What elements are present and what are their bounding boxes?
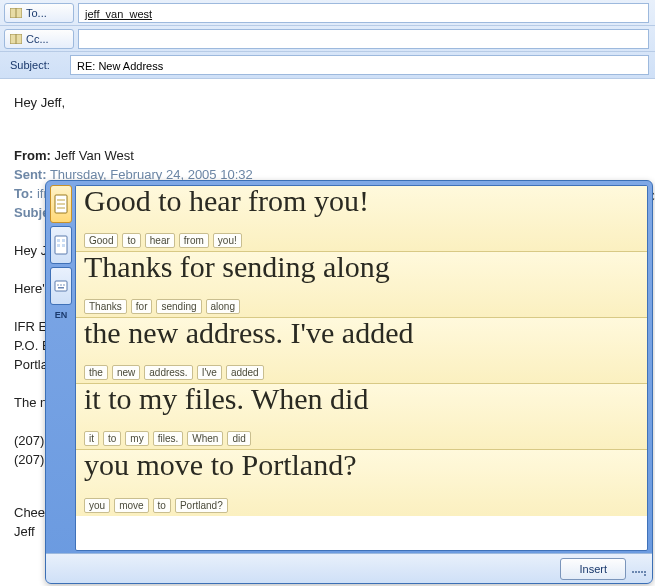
keyboard-button[interactable] <box>50 267 72 305</box>
writing-line[interactable]: you move to Portland? you move to Portla… <box>76 450 647 516</box>
svg-point-16 <box>63 284 65 286</box>
writing-pad-button[interactable] <box>50 185 72 223</box>
address-book-icon <box>10 8 22 18</box>
recognized-word[interactable]: the <box>84 365 108 380</box>
ink-toolbar: EN <box>50 185 72 551</box>
recognized-words: you move to Portland? <box>84 498 228 513</box>
cc-button[interactable]: Cc... <box>4 29 74 49</box>
recognized-word[interactable]: added <box>226 365 264 380</box>
recognized-word[interactable]: along <box>206 299 240 314</box>
recognized-word[interactable]: my <box>125 431 148 446</box>
language-indicator[interactable]: EN <box>50 310 72 320</box>
compose-header: To... jeff_van_west Cc... Subject: RE: N… <box>0 0 655 79</box>
resize-grip-icon[interactable] <box>632 562 646 576</box>
writing-line[interactable]: Thanks for sending along Thanks for send… <box>76 252 647 318</box>
recognized-word[interactable]: to <box>103 431 121 446</box>
writing-line[interactable]: Good to hear from you! Good to hear from… <box>76 186 647 252</box>
cc-label: Cc... <box>26 33 49 45</box>
recognized-word[interactable]: sending <box>156 299 201 314</box>
to-label: To... <box>26 7 47 19</box>
to-field[interactable]: jeff_van_west <box>78 3 649 23</box>
recognized-word[interactable]: to <box>122 233 140 248</box>
handwriting-text: Good to hear from you! <box>84 185 643 218</box>
recognized-word[interactable]: files. <box>153 431 184 446</box>
recognized-word[interactable]: you! <box>213 233 242 248</box>
subject-label: Subject: <box>0 59 70 71</box>
svg-rect-9 <box>57 239 60 242</box>
recognized-word[interactable]: Portland? <box>175 498 228 513</box>
recognized-word[interactable]: Good <box>84 233 118 248</box>
recognized-word[interactable]: I've <box>197 365 222 380</box>
handwriting-text: the new address. I've added <box>84 316 643 350</box>
svg-rect-17 <box>58 287 64 289</box>
ink-input-panel: EN Good to hear from you! Good to hear f… <box>45 180 653 584</box>
recognized-word[interactable]: it <box>84 431 99 446</box>
cc-field[interactable] <box>78 29 649 49</box>
handwriting-text: you move to Portland? <box>84 448 643 482</box>
recognized-word[interactable]: you <box>84 498 110 513</box>
svg-rect-12 <box>62 244 65 247</box>
to-row: To... jeff_van_west <box>0 0 655 26</box>
address-book-icon <box>10 34 22 44</box>
recognized-word[interactable]: move <box>114 498 148 513</box>
svg-point-15 <box>60 284 62 286</box>
writing-line[interactable]: the new address. I've added the new addr… <box>76 318 647 384</box>
recognized-word[interactable]: When <box>187 431 223 446</box>
svg-rect-13 <box>55 281 67 291</box>
insert-button[interactable]: Insert <box>560 558 626 580</box>
svg-rect-11 <box>57 244 60 247</box>
recognized-word[interactable]: Thanks <box>84 299 127 314</box>
body-greeting: Hey Jeff, <box>14 95 641 110</box>
handwriting-text: it to my files. When did <box>84 382 643 416</box>
recognized-word[interactable]: did <box>227 431 250 446</box>
recognized-words: it to my files. When did <box>84 431 251 446</box>
recognized-word[interactable]: for <box>131 299 153 314</box>
recognized-word[interactable]: to <box>153 498 171 513</box>
recognized-word[interactable]: new <box>112 365 140 380</box>
recognized-word[interactable]: address. <box>144 365 192 380</box>
recognized-word[interactable]: from <box>179 233 209 248</box>
writing-line[interactable]: it to my files. When did it to my files.… <box>76 384 647 450</box>
svg-rect-8 <box>55 236 67 254</box>
subject-field[interactable]: RE: New Address <box>70 55 649 75</box>
subject-row: Subject: RE: New Address <box>0 52 655 78</box>
quoted-from: From: Jeff Van West <box>14 148 641 163</box>
subject-value: RE: New Address <box>77 60 163 72</box>
svg-point-14 <box>57 284 59 286</box>
to-button[interactable]: To... <box>4 3 74 23</box>
recognized-words: Thanks for sending along <box>84 299 240 314</box>
recognized-word[interactable]: hear <box>145 233 175 248</box>
recognized-words: Good to hear from you! <box>84 233 242 248</box>
to-value: jeff_van_west <box>85 8 152 20</box>
recognized-words: the new address. I've added <box>84 365 264 380</box>
ink-panel-footer: Insert <box>46 553 652 583</box>
character-pad-button[interactable] <box>50 226 72 264</box>
handwriting-text: Thanks for sending along <box>84 250 643 284</box>
cc-row: Cc... <box>0 26 655 52</box>
writing-pad[interactable]: Good to hear from you! Good to hear from… <box>75 185 648 551</box>
svg-rect-10 <box>62 239 65 242</box>
